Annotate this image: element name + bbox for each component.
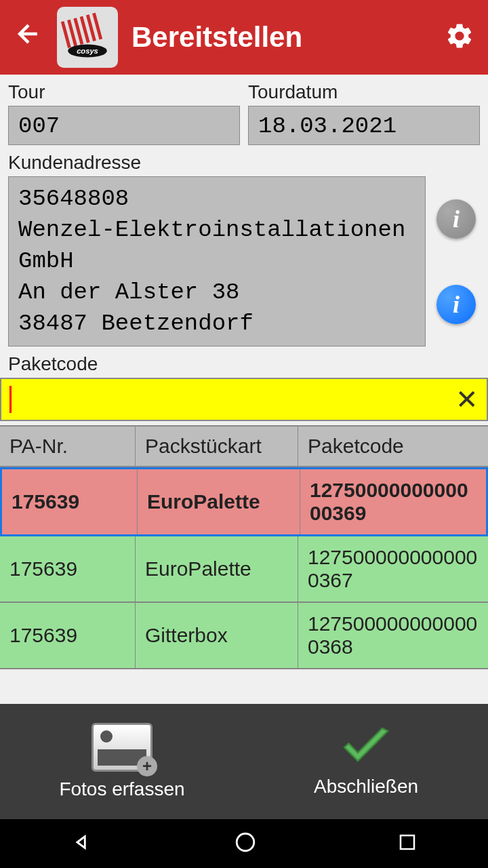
- cell-code: 1275000000000000367: [298, 536, 488, 601]
- cell-code: 1275000000000000369: [300, 469, 486, 534]
- clear-button[interactable]: ✕: [455, 384, 479, 415]
- tourdatum-value[interactable]: 18.03.2021: [248, 106, 480, 145]
- fotos-erfassen-button[interactable]: + Fotos erfassen: [0, 704, 244, 819]
- tour-value[interactable]: 007: [8, 106, 240, 145]
- check-icon: [339, 726, 393, 769]
- cell-pa: 175639: [0, 536, 136, 601]
- svg-text:cosys: cosys: [77, 47, 98, 55]
- kundenadresse-label: Kundenadresse: [8, 152, 480, 174]
- cell-art: Gitterbox: [136, 603, 298, 668]
- nav-back-button[interactable]: [70, 831, 94, 856]
- paketcode-label: Paketcode: [8, 353, 480, 375]
- th-code: Paketcode: [298, 427, 488, 466]
- paketcode-input[interactable]: ✕: [0, 378, 488, 421]
- abschliessen-button[interactable]: Abschließen: [244, 704, 488, 819]
- page-title: Bereitstellen: [131, 21, 445, 54]
- nav-home-button[interactable]: [234, 831, 257, 856]
- kundenadresse-value[interactable]: 35648808 Wenzel-Elektroinstallationen Gm…: [8, 176, 426, 347]
- bottom-toolbar: + Fotos erfassen Abschließen: [0, 704, 488, 819]
- cell-code: 1275000000000000368: [298, 603, 488, 668]
- tour-label: Tour: [8, 81, 240, 103]
- table-row[interactable]: 175639 EuroPalette 1275000000000000369: [0, 467, 488, 536]
- app-logo: cosys: [57, 7, 118, 68]
- table-row[interactable]: 175639 Gitterbox 1275000000000000368: [0, 603, 488, 669]
- android-nav-bar: [0, 819, 488, 868]
- abschliessen-label: Abschließen: [314, 776, 418, 797]
- nav-recent-button[interactable]: [397, 832, 418, 855]
- packages-table: PA-Nr. Packstückart Paketcode 175639 Eur…: [0, 425, 488, 669]
- photo-icon: +: [92, 723, 152, 772]
- app-header: cosys Bereitstellen: [0, 0, 488, 75]
- cell-art: EuroPalette: [138, 469, 300, 534]
- settings-button[interactable]: [445, 21, 474, 54]
- text-cursor: [9, 386, 12, 413]
- cell-pa: 175639: [0, 603, 136, 668]
- th-pa: PA-Nr.: [0, 427, 136, 466]
- svg-rect-9: [401, 835, 414, 849]
- table-row[interactable]: 175639 EuroPalette 1275000000000000367: [0, 536, 488, 603]
- svg-point-8: [237, 833, 254, 851]
- tourdatum-label: Tourdatum: [248, 81, 480, 103]
- back-button[interactable]: [14, 19, 43, 56]
- cell-art: EuroPalette: [136, 536, 298, 601]
- info-button-blue[interactable]: i: [436, 285, 476, 324]
- info-button-gray[interactable]: i: [436, 199, 476, 239]
- cell-pa: 175639: [2, 469, 138, 534]
- fotos-label: Fotos erfassen: [59, 778, 184, 800]
- table-header: PA-Nr. Packstückart Paketcode: [0, 425, 488, 467]
- th-art: Packstückart: [136, 427, 298, 466]
